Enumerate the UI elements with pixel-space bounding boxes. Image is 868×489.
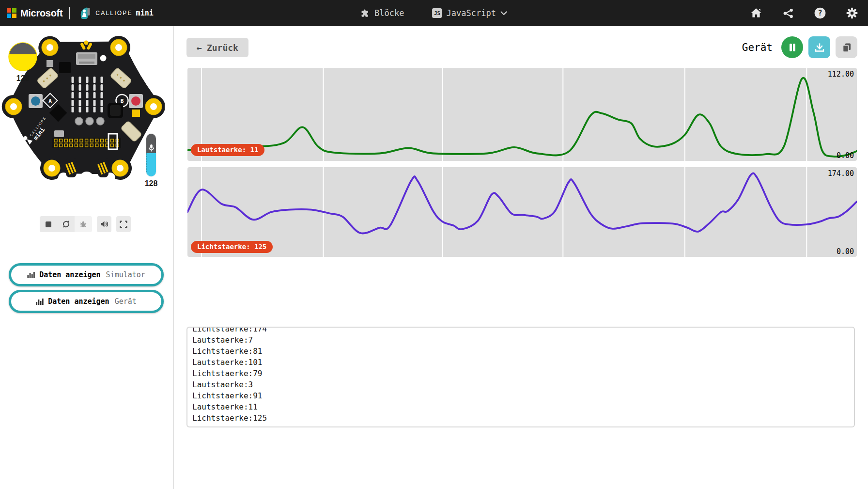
mute-button[interactable]	[97, 216, 111, 232]
status-led	[100, 55, 107, 62]
chart-lichtstaerke-ymin: 0.00	[837, 247, 854, 256]
gear-icon	[846, 7, 858, 19]
editor-toggle: Blöcke JS JavaScript	[361, 0, 507, 26]
bar-chart-icon	[27, 271, 35, 279]
console-line: Lichtstaerke:81	[192, 346, 849, 357]
chart-lautstaerke-ymax: 112.00	[828, 70, 854, 79]
back-arrow-icon: ←	[197, 43, 202, 53]
pause-recording-button[interactable]	[781, 36, 803, 58]
radio-chip	[108, 103, 123, 118]
console-line: Lautstaerke:101	[192, 357, 849, 368]
show-data-simulator-suffix: Simulator	[106, 270, 145, 279]
chart-lichtstaerke-canvas	[187, 167, 857, 257]
processor-chip	[59, 62, 71, 73]
puzzle-icon	[361, 9, 370, 18]
bug-icon	[79, 221, 87, 228]
fullscreen-icon	[120, 221, 127, 228]
console-line: Lautstaerke:3	[192, 379, 849, 390]
button-a-label: A	[48, 98, 52, 104]
copy-data-button[interactable]	[836, 36, 857, 58]
svg-text:?: ?	[818, 9, 822, 17]
component-chip	[46, 60, 53, 67]
serial-console[interactable]: Lichtstaerke:174Lautstaerke:7Lichtstaerk…	[186, 327, 855, 427]
debug-button[interactable]	[75, 216, 92, 232]
chevron-down-icon	[500, 11, 507, 16]
javascript-label: JavaScript	[447, 8, 496, 18]
show-data-simulator-label: Daten anzeigen	[39, 270, 100, 279]
usb-connector	[76, 52, 97, 65]
settings-button[interactable]	[846, 7, 858, 19]
restart-icon	[62, 220, 70, 228]
microsoft-logo-icon	[7, 8, 16, 18]
console-line: Lichtstaerke:174	[192, 327, 849, 334]
rgb-led-group	[75, 117, 104, 125]
pause-icon	[788, 43, 797, 52]
javascript-dropdown[interactable]: JS JavaScript	[433, 8, 507, 18]
device-controls: Gerät	[742, 36, 857, 58]
simulator-controls	[40, 216, 131, 232]
share-icon	[782, 7, 794, 19]
chart-lautstaerke-ymin: 0.00	[837, 151, 854, 160]
share-button[interactable]	[782, 7, 794, 19]
home-icon	[750, 7, 762, 19]
microphone-indicator-top	[146, 134, 156, 153]
topbar-actions: ?	[750, 0, 858, 26]
show-data-simulator-button[interactable]: Daten anzeigen Simulator	[9, 263, 164, 286]
console-output: Lichtstaerke:174Lautstaerke:7Lichtstaerk…	[187, 327, 854, 424]
copy-icon	[841, 42, 852, 53]
blocks-label: Blöcke	[374, 8, 404, 18]
speaker-icon	[100, 221, 108, 228]
help-button[interactable]: ?	[814, 7, 826, 19]
product-variant: mini	[136, 9, 154, 17]
chart-lichtstaerke: 174.00 0.00 Lichtstaerke: 125	[187, 167, 857, 257]
console-line: Lichtstaerke:91	[192, 390, 849, 401]
back-button[interactable]: ← Zurück	[186, 38, 248, 57]
home-button[interactable]	[750, 7, 762, 19]
chart-lichtstaerke-ymax: 174.00	[828, 169, 854, 178]
chart-lautstaerke-canvas	[187, 68, 857, 161]
show-data-device-button[interactable]: Daten anzeigen Gerät	[9, 290, 164, 313]
microphone-value: 128	[140, 179, 163, 188]
calliope-logo-icon	[79, 7, 91, 19]
top-bar: Microsoft CALLIOPE mini Blöcke JS JavaSc…	[0, 0, 868, 26]
blocks-button[interactable]: Blöcke	[361, 8, 404, 18]
download-icon	[814, 42, 825, 53]
javascript-icon: JS	[433, 8, 442, 18]
fullscreen-button[interactable]	[116, 216, 131, 232]
bar-chart-icon	[36, 298, 44, 305]
microphone-icon	[148, 144, 155, 152]
stop-simulator-button[interactable]	[40, 216, 57, 232]
show-data-device-label: Daten anzeigen	[48, 297, 109, 306]
component-pad	[132, 110, 140, 117]
show-data-device-suffix: Gerät	[115, 297, 137, 306]
light-sensor-gauge[interactable]	[8, 42, 38, 72]
console-line: Lautstaerke:7	[192, 334, 849, 346]
chart-lautstaerke: 112.00 0.00 Lautstaerke: 11	[187, 68, 857, 161]
brand-divider	[69, 7, 70, 19]
component-small	[54, 130, 64, 137]
brand-area[interactable]: Microsoft CALLIOPE mini	[7, 0, 154, 26]
restart-simulator-button[interactable]	[57, 216, 75, 232]
light-sensor-value: 128	[8, 74, 38, 83]
makecode-calliope-app: Microsoft CALLIOPE mini Blöcke JS JavaSc…	[0, 0, 868, 489]
microphone-level[interactable]	[146, 134, 156, 176]
console-line: Lichtstaerke:125	[192, 412, 849, 424]
help-icon: ?	[814, 7, 826, 19]
microphone-fill	[146, 153, 156, 176]
simulator-sidebar: A B	[0, 26, 174, 489]
stop-icon	[45, 221, 52, 228]
product-name: CALLIOPE	[95, 10, 132, 16]
download-csv-button[interactable]	[808, 36, 830, 58]
back-label: Zurück	[207, 43, 238, 53]
microsoft-brand-text: Microsoft	[20, 8, 62, 19]
data-viewer: ← Zurück Gerät	[174, 26, 868, 489]
chart-lautstaerke-legend: Lautstaerke: 11	[191, 144, 264, 156]
device-label: Gerät	[742, 42, 773, 53]
console-line: Lautstaerke:11	[192, 401, 849, 412]
chart-lichtstaerke-legend: Lichtstaerke: 125	[191, 241, 273, 253]
console-line: Lichtstaerke:79	[192, 368, 849, 379]
